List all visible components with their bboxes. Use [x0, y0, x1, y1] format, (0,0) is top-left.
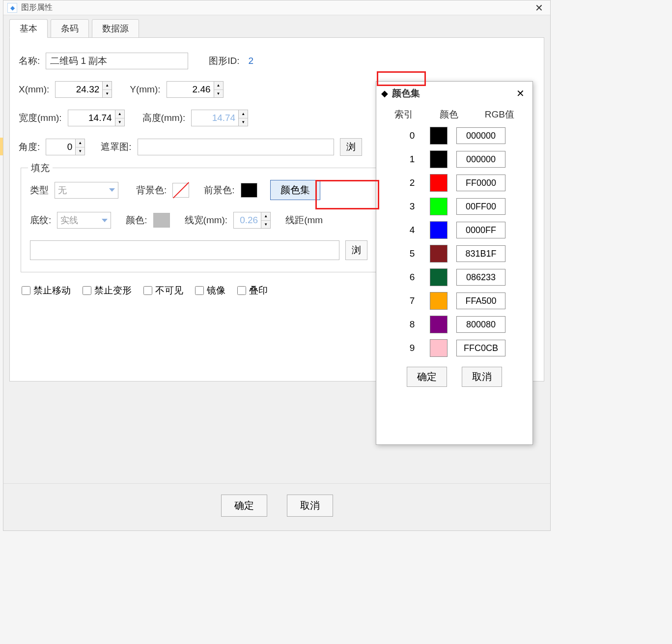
colorset-close-button[interactable]: ✕: [513, 88, 528, 99]
header-color: 颜色: [440, 108, 458, 121]
color-swatch[interactable]: [430, 221, 448, 239]
linewidth-input: [233, 212, 261, 229]
color-swatch[interactable]: [430, 174, 448, 192]
x-input[interactable]: [55, 81, 102, 98]
rgb-input[interactable]: [456, 175, 505, 191]
y-spinner[interactable]: ▲▼: [167, 81, 224, 98]
rgb-input[interactable]: [456, 151, 505, 168]
rgb-input[interactable]: [456, 316, 505, 333]
spin-down-icon[interactable]: ▼: [214, 90, 223, 98]
color-swatch[interactable]: [430, 127, 448, 145]
spin-down-icon[interactable]: ▼: [76, 147, 84, 155]
chevron-down-icon: [109, 188, 115, 192]
color-index: 3: [403, 201, 421, 212]
color-swatch[interactable]: [430, 245, 448, 263]
color-swatch[interactable]: [430, 292, 448, 310]
fill-type-value: 无: [58, 184, 67, 196]
pattern-label: 底纹:: [30, 214, 51, 227]
color-swatch[interactable]: [430, 198, 448, 215]
width-label: 宽度(mm):: [19, 112, 62, 124]
mask-label: 遮罩图:: [101, 141, 131, 153]
color-row: 4: [376, 218, 532, 242]
rgb-input[interactable]: [456, 198, 505, 215]
angle-input[interactable]: [46, 139, 75, 155]
mask-input[interactable]: [138, 139, 334, 155]
mask-browse-button[interactable]: 浏: [340, 138, 362, 156]
rgb-input[interactable]: [456, 127, 505, 144]
name-label: 名称:: [19, 55, 40, 67]
bgcolor-label: 背景色:: [136, 184, 167, 197]
color-row: 6: [376, 265, 532, 289]
colorset-cancel-button[interactable]: 取消: [462, 367, 502, 387]
cb-lock-resize[interactable]: 禁止变形: [83, 284, 132, 297]
fill-legend: 填充: [28, 162, 53, 175]
pattern-color-swatch[interactable]: [153, 213, 170, 228]
colorset-titlebar: ◆ 颜色集 ✕: [376, 82, 532, 105]
tab-basic[interactable]: 基本: [9, 19, 48, 38]
fgcolor-swatch[interactable]: [241, 183, 257, 198]
spin-up-icon[interactable]: ▲: [214, 82, 223, 90]
shapeid-value: 2: [249, 56, 254, 66]
fill-path-input[interactable]: [30, 240, 339, 260]
colorset-button-row: 确定 取消: [376, 367, 532, 387]
color-swatch[interactable]: [430, 268, 448, 286]
angle-spinner[interactable]: ▲▼: [46, 139, 85, 155]
name-input[interactable]: [46, 53, 188, 69]
cb-overprint[interactable]: 叠印: [237, 284, 268, 297]
chevron-down-icon: [102, 219, 108, 222]
cb-mirror[interactable]: 镜像: [195, 284, 225, 297]
spin-down-icon: ▼: [239, 118, 248, 126]
close-button[interactable]: ✕: [532, 2, 546, 14]
rgb-input[interactable]: [456, 340, 505, 356]
colorset-title: 颜色集: [392, 87, 420, 100]
app-icon: ◆: [381, 88, 388, 99]
spin-up-icon[interactable]: ▲: [76, 139, 84, 147]
spin-down-icon: ▼: [261, 221, 270, 229]
rgb-input[interactable]: [456, 222, 505, 238]
spin-down-icon[interactable]: ▼: [115, 118, 124, 126]
color-row: 9: [376, 336, 532, 360]
color-index: 7: [403, 295, 421, 306]
x-spinner[interactable]: ▲▼: [55, 81, 112, 98]
rgb-input[interactable]: [456, 245, 505, 262]
colorset-button[interactable]: 颜色集: [270, 180, 320, 200]
linewidth-spinner: ▲▼: [233, 212, 271, 229]
colorset-headers: 索引 颜色 RGB值: [376, 105, 532, 124]
color-row: 1: [376, 147, 532, 171]
rgb-input[interactable]: [456, 293, 505, 309]
height-spinner: ▲▼: [191, 110, 248, 126]
cb-invisible[interactable]: 不可见: [143, 284, 183, 297]
header-index: 索引: [394, 108, 413, 121]
bgcolor-swatch[interactable]: [172, 183, 189, 198]
tab-datasource[interactable]: 数据源: [92, 19, 139, 38]
colorset-dialog: ◆ 颜色集 ✕ 索引 颜色 RGB值 0 1 2 3 4 5 6 7: [376, 81, 533, 445]
cb-lock-move[interactable]: 禁止移动: [22, 284, 71, 297]
color-index: 6: [403, 272, 421, 283]
color-row: 7: [376, 289, 532, 313]
angle-label: 角度:: [19, 141, 40, 153]
rgb-input[interactable]: [456, 269, 505, 286]
spin-up-icon[interactable]: ▲: [103, 82, 112, 90]
y-input[interactable]: [167, 81, 214, 98]
ok-button[interactable]: 确定: [221, 495, 267, 517]
spin-down-icon[interactable]: ▼: [103, 90, 112, 98]
colorset-ok-button[interactable]: 确定: [407, 367, 447, 387]
tab-barcode[interactable]: 条码: [51, 19, 89, 38]
shapeid-label: 图形ID:: [209, 55, 239, 67]
spin-up-icon[interactable]: ▲: [115, 110, 124, 118]
color-row: 0: [376, 124, 532, 147]
width-input[interactable]: [68, 110, 115, 126]
color-swatch[interactable]: [430, 316, 448, 333]
color-swatch[interactable]: [430, 150, 448, 168]
width-spinner[interactable]: ▲▼: [68, 110, 125, 126]
cancel-button[interactable]: 取消: [287, 495, 333, 517]
color-swatch[interactable]: [430, 339, 448, 357]
fill-type-combo[interactable]: 无: [55, 182, 118, 199]
pattern-value: 实线: [60, 214, 78, 226]
fill-browse-button[interactable]: 浏: [345, 240, 367, 260]
height-input: [191, 110, 238, 126]
pattern-combo[interactable]: 实线: [57, 212, 111, 229]
linedist-label: 线距(mm: [285, 214, 323, 227]
fill-type-label: 类型: [30, 184, 49, 197]
x-label: X(mm):: [19, 84, 49, 95]
